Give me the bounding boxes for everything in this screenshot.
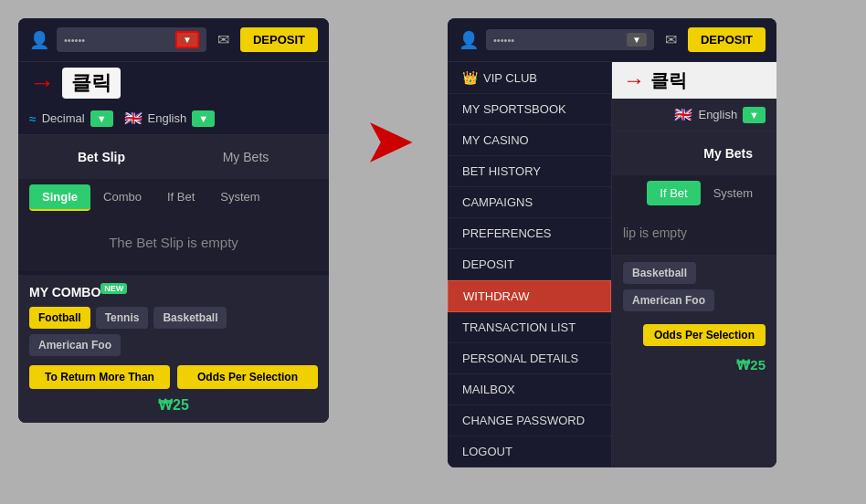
menu-label-logout: LOGOUT: [462, 445, 512, 458]
combo-options: To Return More Than Odds Per Selection: [29, 365, 318, 389]
menu-label-sportsbook: MY SPORTSBOOK: [462, 102, 566, 116]
combo-currency: ₩25: [29, 396, 318, 414]
menu-item-mailbox[interactable]: MAILBOX: [448, 374, 611, 405]
subtab-single[interactable]: Single: [29, 184, 90, 211]
subtab-if-bet[interactable]: If Bet: [154, 184, 207, 211]
right-sport-american-foo[interactable]: American Foo: [623, 289, 714, 311]
right-lang-label: English: [698, 108, 737, 121]
right-subtab-if-bet[interactable]: If Bet: [647, 181, 700, 205]
menu-label-campaigns: CAMPAIGNS: [462, 195, 533, 209]
big-arrow-icon: ➤: [365, 110, 411, 173]
left-annotation: → 클릭: [18, 62, 329, 102]
right-lang-btn[interactable]: ▼: [743, 107, 766, 123]
menu-label-withdraw: WITHDRAW: [463, 289, 529, 303]
my-combo-section: MY COMBONEW Football Tennis Basketball A…: [18, 275, 329, 423]
menu-item-change-password[interactable]: CHANGE PASSWORD: [448, 405, 611, 436]
user-icon: 👤: [29, 30, 49, 50]
right-currency: ₩25: [612, 352, 776, 379]
tab-my-bets[interactable]: My Bets: [174, 142, 318, 172]
right-odds-per-selection-btn[interactable]: Odds Per Selection: [643, 324, 766, 346]
lang-selector: 🇬🇧 English ▼: [124, 110, 216, 127]
menu-item-preferences[interactable]: PREFERENCES: [448, 218, 611, 249]
mail-icon[interactable]: ✉: [217, 31, 229, 48]
odds-icon: ≈: [29, 111, 37, 126]
right-subtab-system[interactable]: System: [701, 181, 766, 205]
right-panel: 👤 •••••• ▼ ✉ DEPOSIT 👑 VIP CLUB MY SPORT…: [448, 18, 776, 467]
settings-bar: ≈ Decimal ▼ 🇬🇧 English ▼: [18, 102, 329, 135]
right-username-text: ••••••: [493, 35, 623, 46]
right-tab-my-bets[interactable]: My Bets: [691, 139, 766, 168]
right-annotation: → 클릭: [612, 62, 776, 99]
return-more-btn[interactable]: To Return More Than: [29, 365, 170, 389]
menu-item-casino[interactable]: MY CASINO: [448, 125, 611, 156]
sub-tabs: Single Combo If Bet System: [18, 179, 329, 216]
right-sport-tabs: Basketball American Foo: [612, 255, 776, 319]
odds-dropdown-btn[interactable]: ▼: [90, 110, 113, 127]
right-combo-options: Odds Per Selection: [612, 319, 776, 352]
menu-item-personal[interactable]: PERSONAL DETAILS: [448, 343, 611, 374]
odds-per-selection-btn[interactable]: Odds Per Selection: [177, 365, 318, 389]
menu-label-casino: MY CASINO: [462, 133, 529, 147]
right-username-box: •••••• ▼: [486, 29, 654, 50]
empty-text: The Bet Slip is empty: [109, 235, 238, 250]
right-sport-basketball[interactable]: Basketball: [623, 262, 696, 284]
right-red-arrow: →: [623, 68, 645, 93]
odds-label: Decimal: [42, 111, 85, 125]
bet-slip-empty: The Bet Slip is empty: [18, 216, 329, 271]
menu-item-campaigns[interactable]: CAMPAIGNS: [448, 187, 611, 218]
right-sub-tabs: If Bet System: [612, 175, 776, 211]
big-arrow-container: ➤: [365, 110, 411, 173]
flag-icon: 🇬🇧: [124, 110, 143, 127]
menu-item-bet-history[interactable]: BET HISTORY: [448, 156, 611, 187]
deposit-button[interactable]: DEPOSIT: [240, 27, 318, 52]
right-deposit-button[interactable]: DEPOSIT: [688, 27, 766, 52]
left-red-arrow: →: [29, 68, 55, 98]
right-flag-icon: 🇬🇧: [674, 106, 692, 123]
right-dropdown-button[interactable]: ▼: [627, 33, 647, 47]
subtab-system[interactable]: System: [207, 184, 272, 211]
right-user-icon: 👤: [459, 30, 479, 50]
left-panel: 👤 •••••• ▼ ✉ DEPOSIT → 클릭 ≈ Decimal ▼ 🇬🇧…: [18, 18, 329, 423]
currency-value: ₩25: [158, 397, 189, 413]
subtab-combo[interactable]: Combo: [90, 184, 154, 211]
left-header: 👤 •••••• ▼ ✉ DEPOSIT: [18, 18, 329, 62]
menu-label-personal: PERSONAL DETAILS: [462, 352, 578, 365]
new-badge: NEW: [100, 283, 127, 294]
dropdown-button[interactable]: ▼: [175, 31, 199, 48]
right-empty-text: lip is empty: [623, 226, 687, 240]
menu-item-transaction[interactable]: TRANSACTION LIST: [448, 312, 611, 343]
sport-tab-basketball[interactable]: Basketball: [153, 307, 227, 329]
menu-item-vip[interactable]: 👑 VIP CLUB: [448, 62, 611, 94]
sport-tabs: Football Tennis Basketball American Foo: [29, 307, 318, 356]
tab-bet-slip[interactable]: Bet Slip: [29, 142, 174, 172]
right-settings-bar: 🇬🇧 English ▼: [612, 99, 776, 131]
sport-tab-tennis[interactable]: Tennis: [96, 307, 149, 329]
menu-item-withdraw[interactable]: WITHDRAW: [448, 280, 611, 312]
lang-dropdown-btn[interactable]: ▼: [192, 110, 215, 127]
right-body: 👑 VIP CLUB MY SPORTSBOOK MY CASINO BET H…: [448, 62, 776, 467]
main-tabs: Bet Slip My Bets: [18, 135, 329, 179]
username-text: ••••••: [64, 35, 172, 46]
sport-tab-football[interactable]: Football: [29, 307, 90, 329]
right-main-tabs: My Bets: [612, 131, 776, 175]
menu-item-logout[interactable]: LOGOUT: [448, 436, 611, 467]
menu-item-sportsbook[interactable]: MY SPORTSBOOK: [448, 94, 611, 125]
right-content: → 클릭 🇬🇧 English ▼ My Bets: [612, 62, 776, 467]
menu-label-preferences: PREFERENCES: [462, 226, 552, 240]
menu-label-deposit: DEPOSIT: [462, 257, 514, 271]
right-lang-selector: 🇬🇧 English ▼: [674, 106, 766, 123]
menu-item-deposit[interactable]: DEPOSIT: [448, 249, 611, 280]
right-header: 👤 •••••• ▼ ✉ DEPOSIT: [448, 18, 776, 62]
right-empty: lip is empty: [612, 211, 776, 255]
username-box: •••••• ▼: [57, 27, 206, 52]
menu-label-transaction: TRANSACTION LIST: [462, 320, 576, 334]
combo-title: MY COMBONEW: [29, 284, 127, 299]
right-mail-icon[interactable]: ✉: [665, 31, 677, 48]
lang-label: English: [148, 111, 187, 125]
menu-label-mailbox: MAILBOX: [462, 383, 515, 396]
crown-icon: 👑: [462, 70, 478, 85]
right-click-label: 클릭: [650, 68, 687, 93]
dropdown-menu: 👑 VIP CLUB MY SPORTSBOOK MY CASINO BET H…: [448, 62, 612, 467]
sport-tab-american-foo[interactable]: American Foo: [29, 334, 121, 356]
left-click-label: 클릭: [62, 68, 121, 99]
